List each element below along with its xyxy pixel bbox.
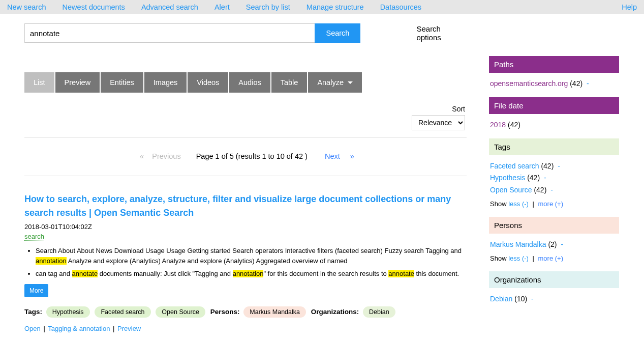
facet-more[interactable]: more (+)	[538, 254, 563, 262]
nav-new-search[interactable]: New search	[7, 3, 46, 11]
tab-analyze[interactable]: Analyze	[308, 72, 362, 93]
organizations-label: Organizations:	[311, 308, 359, 316]
nav-advanced-search[interactable]: Advanced search	[141, 3, 198, 11]
nav-alert[interactable]: Alert	[214, 3, 230, 11]
facet-item-org[interactable]: Debian	[490, 295, 512, 303]
pagination: « Previous Page 1 of 5 (results 1 to 10 …	[24, 138, 467, 165]
search-input[interactable]	[24, 23, 315, 43]
tab-videos[interactable]: Videos	[188, 72, 228, 93]
facet-header-persons: Persons	[489, 217, 619, 234]
result-date: 2018-03-01T10:04:02Z	[24, 223, 467, 231]
facet-remove[interactable]: -	[561, 240, 563, 248]
tab-table[interactable]: Table	[271, 72, 308, 93]
show-label: Show	[490, 200, 507, 208]
pager-prev-sym: «	[140, 152, 144, 160]
facet-remove[interactable]: -	[544, 174, 546, 182]
org-pill[interactable]: Debian	[363, 306, 395, 318]
chevron-down-icon	[348, 81, 353, 84]
tag-pill[interactable]: Faceted search	[95, 306, 150, 318]
sort-label: Sort	[24, 105, 465, 113]
facet-remove[interactable]: -	[558, 162, 560, 170]
facet-remove[interactable]: -	[550, 186, 553, 194]
search-result: How to search, explore, analyze, structu…	[24, 192, 467, 332]
tab-images[interactable]: Images	[144, 72, 187, 93]
facet-more[interactable]: more (+)	[538, 200, 563, 208]
facet-header-organizations: Organizations	[489, 271, 619, 288]
action-preview[interactable]: Preview	[117, 325, 141, 332]
facet-item-tag[interactable]: Open Source	[490, 186, 532, 194]
highlight: annotate	[72, 270, 98, 277]
facet-less[interactable]: less (-)	[508, 254, 529, 262]
view-tabs: List Preview Entities Images Videos Audi…	[24, 72, 467, 93]
facet-remove[interactable]: -	[587, 79, 589, 88]
more-button[interactable]: More	[24, 284, 48, 297]
facet-less[interactable]: less (-)	[508, 200, 529, 208]
tab-preview[interactable]: Preview	[55, 72, 100, 93]
action-open[interactable]: Open	[24, 325, 41, 332]
facet-remove[interactable]: -	[531, 295, 534, 303]
nav-datasources[interactable]: Datasources	[380, 3, 421, 11]
nav-manage-structure[interactable]: Manage structure	[306, 3, 364, 11]
nav-newest-documents[interactable]: Newest documents	[63, 3, 125, 11]
facet-item-tag[interactable]: Faceted search	[490, 162, 539, 170]
top-nav: New search Newest documents Advanced sea…	[0, 0, 644, 14]
facet-item-path[interactable]: opensemanticsearch.org	[490, 79, 568, 88]
nav-search-by-list[interactable]: Search by list	[246, 3, 290, 11]
sidebar-facets: Paths opensemanticsearch.org (42) - File…	[489, 23, 619, 332]
facet-header-filedate: File date	[489, 97, 619, 114]
tags-label: Tags:	[24, 308, 42, 316]
search-options-label: Search options	[416, 24, 467, 42]
pager-previous: Previous	[152, 152, 180, 160]
facet-item-year[interactable]: 2018	[490, 121, 506, 129]
result-snippet: can tag and annotate documents manually:…	[36, 269, 467, 279]
pager-next[interactable]: Next	[325, 152, 340, 160]
action-tagging[interactable]: Tagging & annotation	[48, 325, 110, 332]
tag-pill[interactable]: Open Source	[156, 306, 205, 318]
show-label: Show	[490, 254, 507, 262]
result-snippet: Search About About News Download Usage U…	[36, 246, 467, 266]
facet-item-person[interactable]: Markus Mandalka	[490, 240, 546, 248]
pager-next-sym[interactable]: »	[350, 152, 354, 160]
facet-header-tags: Tags	[489, 138, 619, 155]
main-content: Search Search options List Preview Entit…	[24, 23, 467, 332]
tab-list[interactable]: List	[24, 72, 54, 93]
nav-help[interactable]: Help	[622, 3, 637, 11]
facet-item-tag[interactable]: Hypothesis	[490, 174, 525, 182]
highlight: annotate	[388, 270, 414, 277]
sort-select[interactable]: Relevance	[412, 115, 465, 130]
tab-audios[interactable]: Audios	[229, 72, 270, 93]
facet-header-paths: Paths	[489, 56, 619, 73]
pager-info: Page 1 of 5 (results 1 to 10 of 42 )	[196, 152, 308, 160]
tag-pill[interactable]: Hypothesis	[46, 306, 90, 318]
result-url[interactable]: search	[24, 233, 44, 241]
persons-label: Persons:	[210, 308, 240, 316]
search-button[interactable]: Search	[315, 23, 360, 43]
highlight: annotation	[233, 270, 264, 277]
highlight: annotation	[36, 257, 67, 265]
person-pill[interactable]: Markus Mandalka	[243, 306, 306, 318]
result-title-link[interactable]: How to search, explore, analyze, structu…	[24, 194, 451, 218]
tab-entities[interactable]: Entities	[101, 72, 143, 93]
